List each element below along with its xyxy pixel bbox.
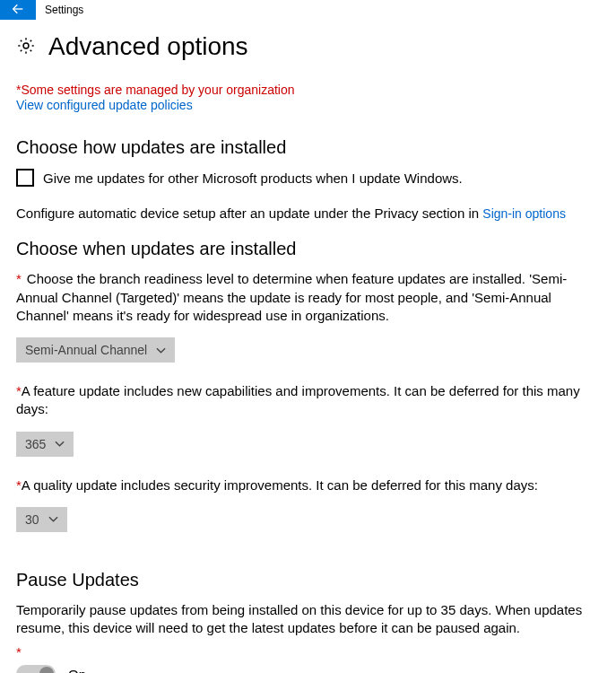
branch-readiness-text: *Choose the branch readiness level to de…: [16, 270, 600, 325]
gear-icon: [16, 36, 36, 58]
pause-toggle-group: * On: [16, 644, 600, 673]
toggle-knob: [39, 667, 54, 673]
feature-defer-days-dropdown[interactable]: 365: [16, 432, 74, 457]
managed-notice: *Some settings are managed by your organ…: [16, 83, 600, 97]
quality-defer-days-dropdown[interactable]: 30: [16, 507, 67, 532]
titlebar: Settings: [0, 0, 616, 20]
other-products-checkbox-row: Give me updates for other Microsoft prod…: [16, 169, 600, 187]
chevron-down-icon: [156, 345, 166, 355]
configure-device-setup-text: Configure automatic device setup after a…: [16, 205, 600, 223]
svg-point-0: [23, 43, 29, 48]
pause-description: Temporarily pause updates from being ins…: [16, 601, 600, 638]
chevron-down-icon: [55, 439, 65, 449]
back-button[interactable]: [0, 0, 36, 20]
app-name: Settings: [36, 4, 83, 16]
view-configured-policies-link[interactable]: View configured update policies: [16, 98, 193, 112]
page-title: Advanced options: [48, 32, 248, 61]
quality-update-text: *A quality update includes security impr…: [16, 476, 600, 494]
section-pause-title: Pause Updates: [16, 570, 600, 590]
other-products-checkbox[interactable]: [16, 169, 34, 187]
section-how-installed-title: Choose how updates are installed: [16, 137, 600, 158]
quality-defer-days-value: 30: [25, 512, 39, 527]
feature-defer-days-value: 365: [25, 437, 46, 451]
chevron-down-icon: [48, 514, 58, 524]
other-products-label: Give me updates for other Microsoft prod…: [43, 170, 463, 186]
feature-update-text: *A feature update includes new capabilit…: [16, 382, 600, 419]
section-when-installed-title: Choose when updates are installed: [16, 239, 600, 259]
back-arrow-icon: [11, 2, 25, 19]
pause-toggle-label: On: [68, 667, 86, 673]
pause-toggle[interactable]: [16, 665, 56, 673]
branch-readiness-value: Semi-Annual Channel: [25, 343, 147, 357]
sign-in-options-link[interactable]: Sign-in options: [482, 206, 566, 221]
branch-readiness-dropdown[interactable]: Semi-Annual Channel: [16, 337, 175, 363]
page-header: Advanced options: [16, 32, 600, 61]
